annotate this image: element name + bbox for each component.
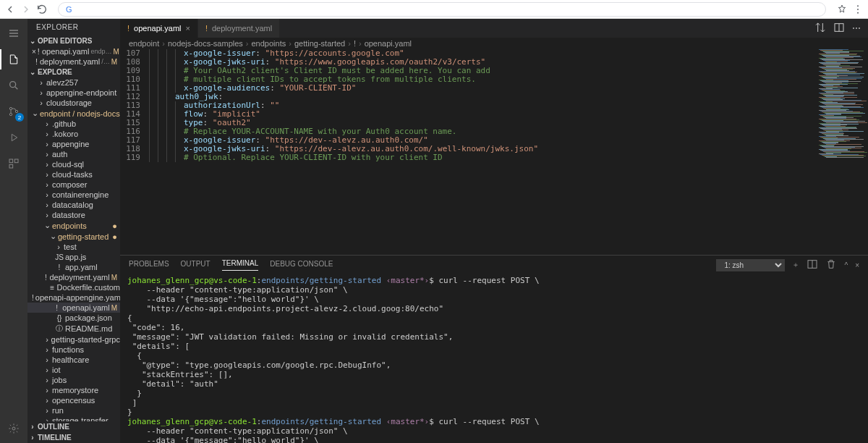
browser-toolbar: G [0, 0, 868, 19]
tree-item[interactable]: ›alevz257 [27, 77, 120, 88]
more-icon[interactable]: ⋯ [852, 23, 861, 33]
scm-icon[interactable]: 2 [4, 101, 24, 122]
tab[interactable]: !deployment.yaml [198, 19, 280, 38]
svg-point-0 [857, 5, 859, 7]
open-editor-item[interactable]: ! deployment.yaml /…M [27, 56, 120, 67]
tree-item[interactable]: ›appengine-endpoint [27, 88, 120, 98]
svg-point-10 [12, 427, 15, 430]
tree-item[interactable]: ›storage-transfer [27, 415, 120, 421]
debug-icon[interactable] [4, 127, 24, 148]
tree-item[interactable]: ›run [27, 405, 120, 415]
split-terminal-icon[interactable] [807, 258, 818, 271]
compare-icon[interactable] [814, 22, 826, 35]
split-icon[interactable] [833, 22, 845, 35]
tree-item[interactable]: JSapp.js [27, 252, 120, 262]
svg-point-1 [857, 9, 859, 10]
tree-item[interactable]: !openapi.yamlM [27, 303, 120, 313]
tree-item[interactable]: ⌄getting-started● [27, 231, 120, 242]
tree-item[interactable]: ›composer [27, 180, 120, 190]
tree-item[interactable]: ›getting-started-grpc [27, 334, 120, 345]
panel-tab[interactable]: DEBUG CONSOLE [270, 260, 333, 271]
settings-gear-icon[interactable] [4, 418, 24, 439]
sidebar: EXPLORER ⌄OPEN EDITORS ×! openapi.yaml e… [27, 19, 120, 443]
tree-item[interactable]: ›healthcare [27, 355, 120, 365]
svg-point-4 [9, 107, 12, 109]
reload-button[interactable] [36, 4, 48, 15]
tree-item[interactable]: ›memorystore [27, 385, 120, 395]
open-editors-header[interactable]: ⌄OPEN EDITORS [27, 35, 120, 46]
svg-point-5 [9, 113, 12, 115]
forward-button[interactable] [20, 4, 32, 15]
tree-item[interactable]: ›auth [27, 149, 120, 159]
close-panel-icon[interactable]: × [855, 261, 859, 269]
panel-tab[interactable]: OUTPUT [181, 260, 210, 271]
close-icon[interactable]: × [186, 24, 190, 33]
panel-tab[interactable]: PROBLEMS [129, 260, 169, 271]
timeline-header[interactable]: ›TIMELINE [27, 432, 120, 443]
search-icon[interactable] [4, 75, 24, 96]
tree-item[interactable]: ⓘREADME.md [27, 323, 120, 334]
terminal-select[interactable]: 1: zsh [716, 259, 785, 271]
panel: PROBLEMSOUTPUTTERMINALDEBUG CONSOLE 1: z… [120, 255, 868, 443]
tree-item[interactable]: ›cloud-sql [27, 159, 120, 169]
panel-tab[interactable]: TERMINAL [222, 259, 259, 271]
extensions-activity-icon[interactable] [4, 153, 24, 174]
breadcrumb[interactable]: endpoint›nodejs-docs-samples›endpoints›g… [120, 38, 868, 49]
tree-item[interactable]: ›containerengine [27, 190, 120, 200]
tree-item[interactable]: ›.github [27, 119, 120, 129]
explorer-icon[interactable] [4, 49, 24, 69]
tree-item[interactable]: ›cloud-tasks [27, 169, 120, 180]
svg-rect-8 [14, 159, 18, 163]
tree-item[interactable]: ⌄endpoints● [27, 220, 120, 231]
tree-item[interactable]: {}package.json [27, 313, 120, 323]
tree-item[interactable]: ›.kokoro [27, 129, 120, 139]
tree-item[interactable]: !app.yaml [27, 262, 120, 272]
maximize-icon[interactable]: ^ [844, 261, 848, 269]
tree-item[interactable]: ›iot [27, 365, 120, 375]
tree-item[interactable]: !openapi-appengine.yaml [27, 292, 120, 303]
outline-header[interactable]: ›OUTLINE [27, 421, 120, 432]
menu-toggle-icon[interactable] [4, 23, 24, 43]
omnibox[interactable]: G [58, 2, 826, 17]
tree-item[interactable]: ›functions [27, 345, 120, 355]
tree-item[interactable]: ›datacatalog [27, 200, 120, 210]
tabs-bar: !openapi.yaml×!deployment.yaml ⋯ [120, 19, 868, 38]
explore-header[interactable]: ⌄EXPLORE [27, 67, 120, 77]
tree-item[interactable]: ≡Dockerfile.custom [27, 282, 120, 292]
activity-bar: 2 [0, 19, 27, 443]
tree-item[interactable]: ›appengine [27, 139, 120, 149]
scm-badge: 2 [15, 113, 24, 122]
new-terminal-icon[interactable]: ＋ [792, 260, 799, 270]
tree-item[interactable]: ›opencensus [27, 395, 120, 405]
panel-tabs: PROBLEMSOUTPUTTERMINALDEBUG CONSOLE 1: z… [120, 256, 868, 271]
tree-item[interactable]: ›test [27, 242, 120, 252]
tree-item[interactable]: ›datastore [27, 210, 120, 220]
sidebar-title: EXPLORER [27, 19, 120, 35]
tab[interactable]: !openapi.yaml× [120, 19, 198, 38]
editor-group: !openapi.yaml×!deployment.yaml ⋯ endpoin… [120, 19, 868, 443]
extensions-icon[interactable] [836, 4, 848, 15]
svg-point-2 [857, 12, 859, 13]
svg-point-3 [10, 82, 16, 88]
svg-rect-9 [9, 164, 13, 168]
back-button[interactable] [4, 4, 16, 15]
open-editor-item[interactable]: ×! openapi.yaml endp…M [27, 46, 120, 56]
tree-item[interactable]: ⌄endpoint / nodejs-docs-…● [27, 108, 120, 119]
tree-item[interactable]: ›jobs [27, 375, 120, 385]
menu-icon[interactable] [852, 4, 864, 15]
terminal[interactable]: johanes_glenn_gcp@vs-code-1:endpoints/ge… [120, 271, 868, 443]
kill-terminal-icon[interactable] [825, 258, 837, 271]
code-editor[interactable]: 107x-google-issuer: "https://accounts.go… [120, 49, 816, 255]
svg-rect-7 [9, 159, 13, 163]
minimap[interactable] [816, 49, 868, 255]
tree-item[interactable]: ›cloudstorage [27, 98, 120, 108]
tree-item[interactable]: !deployment.yamlM [27, 272, 120, 282]
svg-point-6 [15, 110, 17, 112]
